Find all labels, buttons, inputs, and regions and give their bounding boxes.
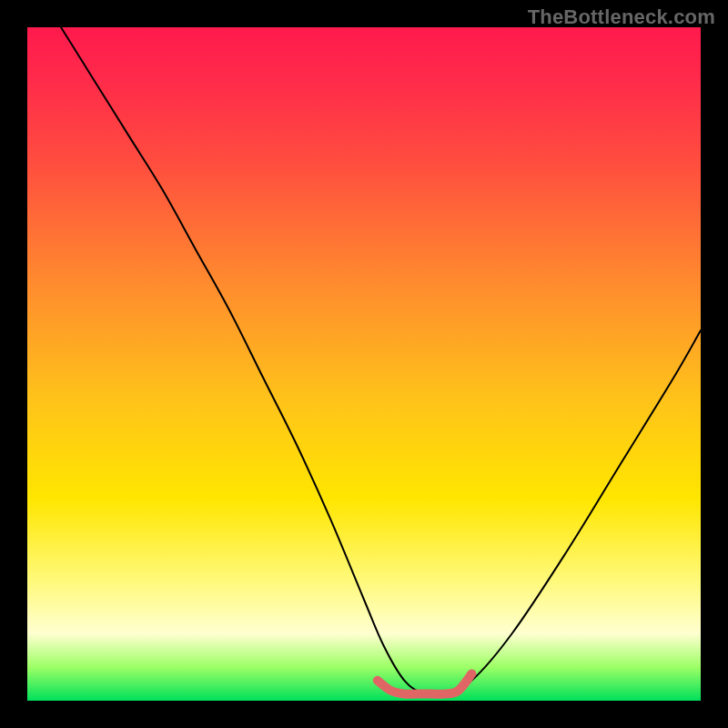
chart-frame: TheBottleneck.com	[0, 0, 728, 728]
bottleneck-curve	[61, 27, 701, 696]
plot-area	[27, 27, 701, 701]
flat-bottom-marker	[378, 673, 472, 693]
curve-layer	[27, 27, 701, 701]
watermark-text: TheBottleneck.com	[528, 5, 715, 29]
